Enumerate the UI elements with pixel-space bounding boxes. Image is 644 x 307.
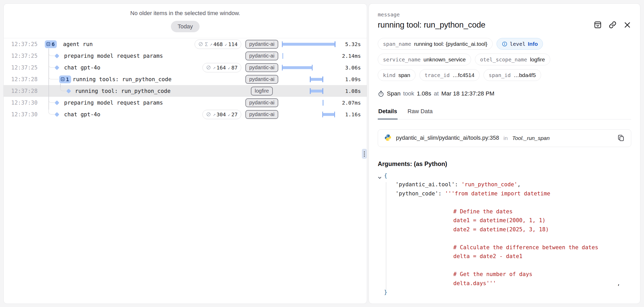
code-line: # Get the number of days: [378, 270, 631, 279]
tag-key: kind: [383, 72, 395, 78]
span-name: chat gpt-4o: [64, 111, 100, 118]
tree-elbow: [48, 51, 55, 56]
scope-badge: logfire: [251, 87, 273, 95]
trace-row[interactable]: 12:37:25chat gpt-4o↗164↙87pydantic-ai3.0…: [4, 62, 367, 73]
code-string: # Get the number of days: [453, 271, 532, 277]
instant-tick: [282, 53, 283, 59]
tree-elbow: [48, 74, 59, 79]
scope-column: logfire: [243, 85, 280, 97]
attribute-tag-pill[interactable]: otel_scope_namelogfire: [475, 54, 550, 65]
code-string: # Calculate the difference between the d…: [453, 244, 598, 251]
span-timeline: [282, 38, 335, 50]
tag-value: span: [398, 72, 410, 78]
tag-key: span_id: [489, 72, 511, 78]
attribute-tag-pill[interactable]: trace_id…fc4514: [419, 69, 480, 81]
square-minus-icon: [46, 42, 51, 46]
span-detail-panel: message running tool: run_python_code sp…: [369, 3, 640, 304]
trace-row[interactable]: 12:37:30chat gpt-4o↗304↙27pydantic-ai1.1…: [4, 108, 367, 120]
tag-key: trace_id: [425, 72, 450, 78]
tab-raw-data[interactable]: Raw Data: [407, 108, 433, 119]
stopwatch-icon: [378, 91, 384, 97]
code-string: delta = date2 - date1: [453, 253, 523, 259]
scope-column: pydantic-ai: [243, 73, 280, 85]
row-timestamp: 12:37:30: [11, 111, 38, 118]
row-timestamp: 12:37:25: [11, 41, 38, 47]
at-word: at: [434, 90, 439, 97]
close-panel-button[interactable]: [623, 21, 631, 29]
row-timestamp: 12:37:30: [11, 100, 38, 106]
attribute-tag-pill[interactable]: span_id…bda4f5: [484, 69, 541, 81]
response-tokens-count: 114: [228, 41, 238, 47]
request-tokens-arrow-icon: ↗: [213, 65, 216, 70]
trace-row[interactable]: 12:37:30preparing model request paramspy…: [4, 97, 367, 108]
trace-row[interactable]: 12:37:25preparing model request paramspy…: [4, 50, 367, 62]
instant-tick: [323, 100, 324, 106]
sum-icon: Σ: [205, 41, 208, 47]
source-location-link[interactable]: pydantic_ai_slim/pydantic_ai/tools.py:35…: [378, 129, 631, 147]
scope-badge: pydantic-ai: [245, 110, 278, 119]
bar-start-cap: [322, 112, 323, 117]
tag-key: service_name: [383, 56, 421, 63]
python-logo-icon: [384, 134, 392, 142]
took-duration: 1.08s: [417, 90, 431, 97]
code-line: # Define the dates: [378, 207, 631, 216]
tag-key: level: [510, 41, 525, 47]
row-timestamp: 12:37:28: [11, 76, 38, 82]
attribute-tag-pill[interactable]: span_namerunning tool: {pydantic_ai.tool…: [378, 38, 493, 50]
collapse-toggle-badge[interactable]: 1: [59, 75, 71, 83]
tag-value: …fc4514: [453, 72, 474, 78]
token-usage-badge: ↗164↙87: [202, 63, 241, 72]
tree-elbow: [48, 98, 55, 103]
code-string: date1 = datetime(2000, 1, 1): [453, 217, 546, 223]
code-line: 'python_code': '''from datetime import d…: [378, 189, 631, 198]
span-name: preparing model request params: [64, 53, 163, 59]
span-name: agent run: [63, 41, 93, 47]
code-brace: }: [384, 289, 387, 295]
response-tokens-count: 27: [231, 111, 238, 118]
trace-row[interactable]: 12:37:256agent runΣ↗468↙114pydantic-ai5.…: [4, 38, 367, 50]
duration-bar: [282, 66, 312, 69]
bar-start-cap: [282, 65, 283, 71]
response-tokens-arrow-icon: ↙: [228, 65, 231, 70]
response-tokens-arrow-icon: ↙: [228, 112, 231, 117]
code-line: {: [378, 171, 631, 180]
request-tokens-count: 164: [216, 65, 226, 71]
span-duration: 1.09s: [345, 76, 361, 82]
attribute-tag-pill[interactable]: service_nameunknown_service: [378, 54, 471, 65]
span-duration: 2.14ms: [342, 53, 361, 59]
token-usage-badge: ↗304↙27: [202, 110, 241, 119]
today-button[interactable]: Today: [171, 21, 200, 32]
copy-path-button[interactable]: [617, 134, 625, 142]
token-usage-badge: Σ↗468↙114: [195, 40, 241, 49]
tag-value: logfire: [530, 56, 545, 63]
source-in-word: in: [504, 135, 508, 141]
tag-row: service_nameunknown_serviceotel_scope_na…: [378, 54, 631, 65]
collapse-toggle-badge[interactable]: 6: [45, 40, 57, 48]
span-duration: 2.07ms: [342, 100, 361, 106]
code-string: date2 = datetime(2025, 3, 18): [453, 226, 549, 233]
bar-end-cap: [335, 41, 336, 47]
tokens-icon: [206, 65, 211, 70]
trace-row[interactable]: 12:37:28running tool: run_python_codelog…: [4, 85, 367, 97]
attribute-tag-pill[interactable]: kindspan: [378, 69, 416, 81]
span-duration-line: Span took 1.08s at Mar 18 12:37:28 PM: [378, 90, 631, 97]
tag-row: span_namerunning tool: {pydantic_ai.tool…: [378, 38, 631, 50]
level-tag-pill[interactable]: levelInfo: [497, 38, 543, 50]
tab-details[interactable]: Details: [378, 108, 398, 119]
response-tokens-count: 87: [231, 65, 238, 71]
copy-link-button[interactable]: [609, 21, 617, 29]
open-in-explore-button[interactable]: [594, 21, 602, 29]
code-line: date1 = datetime(2000, 1, 1): [378, 216, 631, 225]
code-line: delta.days''',: [378, 279, 631, 288]
grip-dots-icon: [363, 151, 366, 157]
tag-key: span_name: [383, 41, 411, 47]
span-duration: 5.32s: [345, 41, 361, 47]
response-tokens-arrow-icon: ↙: [225, 41, 227, 47]
panel-resize-handle[interactable]: [362, 149, 367, 159]
code-line: date2 = datetime(2025, 3, 18): [378, 225, 631, 234]
empty-window-message: No older items in the selected time wind…: [4, 10, 367, 17]
span-name: running tools: run_python_code: [73, 76, 171, 82]
span-duration: 1.16s: [345, 111, 361, 118]
duration-bar: [310, 89, 323, 92]
arguments-heading: Arguments: (as Python): [378, 161, 631, 168]
